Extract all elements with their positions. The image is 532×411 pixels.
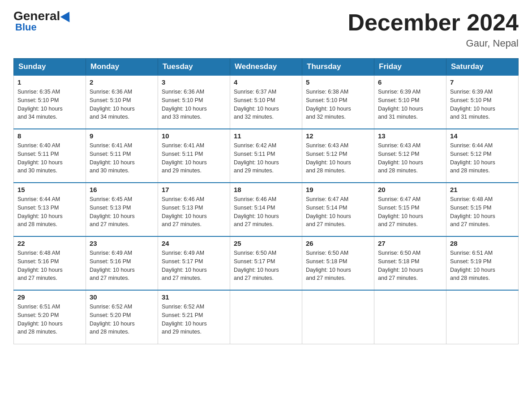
- calendar-day-18: 18Sunrise: 6:46 AMSunset: 5:14 PMDayligh…: [230, 183, 302, 236]
- calendar-header-monday: Monday: [86, 59, 158, 76]
- calendar-day-11: 11Sunrise: 6:42 AMSunset: 5:11 PMDayligh…: [230, 129, 302, 183]
- calendar-day-24: 24Sunrise: 6:49 AMSunset: 5:17 PMDayligh…: [158, 236, 230, 290]
- day-number-11: 11: [234, 132, 298, 140]
- calendar-day-13: 13Sunrise: 6:43 AMSunset: 5:12 PMDayligh…: [374, 129, 446, 183]
- day-number-25: 25: [234, 240, 298, 247]
- calendar-day-6: 6Sunrise: 6:39 AMSunset: 5:10 PMDaylight…: [374, 75, 446, 129]
- day-info-29: Sunrise: 6:51 AMSunset: 5:20 PMDaylight:…: [17, 303, 82, 336]
- day-number-5: 5: [306, 78, 370, 86]
- calendar-day-8: 8Sunrise: 6:40 AMSunset: 5:11 PMDaylight…: [14, 129, 86, 183]
- day-info-11: Sunrise: 6:42 AMSunset: 5:11 PMDaylight:…: [234, 141, 298, 175]
- day-number-4: 4: [234, 78, 298, 86]
- calendar-day-10: 10Sunrise: 6:41 AMSunset: 5:11 PMDayligh…: [158, 129, 230, 183]
- day-info-19: Sunrise: 6:47 AMSunset: 5:14 PMDaylight:…: [306, 195, 370, 229]
- day-number-19: 19: [306, 186, 370, 193]
- day-info-8: Sunrise: 6:40 AMSunset: 5:11 PMDaylight:…: [17, 141, 82, 175]
- location: Gaur, Nepal: [348, 38, 519, 49]
- day-number-13: 13: [378, 132, 442, 140]
- calendar-day-17: 17Sunrise: 6:46 AMSunset: 5:13 PMDayligh…: [158, 183, 230, 236]
- day-info-18: Sunrise: 6:46 AMSunset: 5:14 PMDaylight:…: [234, 195, 298, 229]
- day-info-9: Sunrise: 6:41 AMSunset: 5:11 PMDaylight:…: [90, 141, 154, 175]
- calendar-week-row-1: 1Sunrise: 6:35 AMSunset: 5:10 PMDaylight…: [14, 75, 519, 129]
- calendar-week-row-3: 15Sunrise: 6:44 AMSunset: 5:13 PMDayligh…: [14, 183, 519, 236]
- day-info-16: Sunrise: 6:45 AMSunset: 5:13 PMDaylight:…: [90, 195, 154, 229]
- day-info-17: Sunrise: 6:46 AMSunset: 5:13 PMDaylight:…: [162, 195, 226, 229]
- day-number-2: 2: [90, 78, 154, 86]
- day-info-12: Sunrise: 6:43 AMSunset: 5:12 PMDaylight:…: [306, 141, 370, 175]
- day-number-26: 26: [306, 240, 370, 247]
- day-info-13: Sunrise: 6:43 AMSunset: 5:12 PMDaylight:…: [378, 141, 442, 175]
- day-number-17: 17: [162, 186, 226, 193]
- day-info-20: Sunrise: 6:47 AMSunset: 5:15 PMDaylight:…: [378, 195, 442, 229]
- calendar-header-friday: Friday: [374, 59, 446, 76]
- calendar-day-1: 1Sunrise: 6:35 AMSunset: 5:10 PMDaylight…: [14, 75, 86, 129]
- day-info-15: Sunrise: 6:44 AMSunset: 5:13 PMDaylight:…: [17, 195, 82, 229]
- calendar-day-28: 28Sunrise: 6:51 AMSunset: 5:19 PMDayligh…: [446, 236, 519, 290]
- day-number-16: 16: [90, 186, 154, 193]
- calendar-header-row: SundayMondayTuesdayWednesdayThursdayFrid…: [14, 59, 519, 76]
- day-info-5: Sunrise: 6:38 AMSunset: 5:10 PMDaylight:…: [306, 88, 370, 121]
- day-number-8: 8: [17, 132, 82, 140]
- calendar-day-3: 3Sunrise: 6:36 AMSunset: 5:10 PMDaylight…: [158, 75, 230, 129]
- month-title: December 2024: [348, 9, 519, 36]
- calendar-day-15: 15Sunrise: 6:44 AMSunset: 5:13 PMDayligh…: [14, 183, 86, 236]
- calendar-day-14: 14Sunrise: 6:44 AMSunset: 5:12 PMDayligh…: [446, 129, 519, 183]
- day-info-24: Sunrise: 6:49 AMSunset: 5:17 PMDaylight:…: [162, 249, 226, 283]
- day-number-22: 22: [17, 240, 82, 247]
- day-info-4: Sunrise: 6:37 AMSunset: 5:10 PMDaylight:…: [234, 88, 298, 121]
- day-number-21: 21: [450, 186, 515, 193]
- calendar-day-29: 29Sunrise: 6:51 AMSunset: 5:20 PMDayligh…: [14, 290, 86, 344]
- calendar-header-wednesday: Wednesday: [230, 59, 302, 76]
- calendar-day-2: 2Sunrise: 6:36 AMSunset: 5:10 PMDaylight…: [86, 75, 158, 129]
- day-info-6: Sunrise: 6:39 AMSunset: 5:10 PMDaylight:…: [378, 88, 442, 121]
- day-number-24: 24: [162, 240, 226, 247]
- calendar-header-tuesday: Tuesday: [158, 59, 230, 76]
- day-number-15: 15: [17, 186, 82, 193]
- day-number-31: 31: [162, 293, 226, 301]
- day-number-28: 28: [450, 240, 515, 247]
- day-info-14: Sunrise: 6:44 AMSunset: 5:12 PMDaylight:…: [450, 141, 515, 175]
- day-number-18: 18: [234, 186, 298, 193]
- day-number-14: 14: [450, 132, 515, 140]
- calendar-day-26: 26Sunrise: 6:50 AMSunset: 5:18 PMDayligh…: [302, 236, 374, 290]
- day-number-10: 10: [162, 132, 226, 140]
- day-number-7: 7: [450, 78, 515, 86]
- calendar-day-19: 19Sunrise: 6:47 AMSunset: 5:14 PMDayligh…: [302, 183, 374, 236]
- calendar-header-sunday: Sunday: [14, 59, 86, 76]
- day-info-30: Sunrise: 6:52 AMSunset: 5:20 PMDaylight:…: [90, 303, 154, 336]
- day-info-1: Sunrise: 6:35 AMSunset: 5:10 PMDaylight:…: [17, 88, 82, 121]
- day-number-1: 1: [17, 78, 82, 86]
- day-number-6: 6: [378, 78, 442, 86]
- calendar-empty-cell: [302, 290, 374, 344]
- calendar-week-row-4: 22Sunrise: 6:48 AMSunset: 5:16 PMDayligh…: [14, 236, 519, 290]
- title-area: December 2024 Gaur, Nepal: [348, 9, 519, 49]
- calendar-day-5: 5Sunrise: 6:38 AMSunset: 5:10 PMDaylight…: [302, 75, 374, 129]
- calendar-day-16: 16Sunrise: 6:45 AMSunset: 5:13 PMDayligh…: [86, 183, 158, 236]
- day-info-28: Sunrise: 6:51 AMSunset: 5:19 PMDaylight:…: [450, 249, 515, 283]
- day-number-30: 30: [90, 293, 154, 301]
- day-info-23: Sunrise: 6:49 AMSunset: 5:16 PMDaylight:…: [90, 249, 154, 283]
- calendar-day-4: 4Sunrise: 6:37 AMSunset: 5:10 PMDaylight…: [230, 75, 302, 129]
- calendar-day-21: 21Sunrise: 6:48 AMSunset: 5:15 PMDayligh…: [446, 183, 519, 236]
- day-info-27: Sunrise: 6:50 AMSunset: 5:18 PMDaylight:…: [378, 249, 442, 283]
- calendar-empty-cell: [230, 290, 302, 344]
- calendar-day-23: 23Sunrise: 6:49 AMSunset: 5:16 PMDayligh…: [86, 236, 158, 290]
- logo-triangle-icon: [60, 9, 74, 22]
- calendar-day-25: 25Sunrise: 6:50 AMSunset: 5:17 PMDayligh…: [230, 236, 302, 290]
- day-number-29: 29: [17, 293, 82, 301]
- day-info-22: Sunrise: 6:48 AMSunset: 5:16 PMDaylight:…: [17, 249, 82, 283]
- calendar-day-31: 31Sunrise: 6:52 AMSunset: 5:21 PMDayligh…: [158, 290, 230, 344]
- day-number-12: 12: [306, 132, 370, 140]
- day-number-20: 20: [378, 186, 442, 193]
- calendar-day-30: 30Sunrise: 6:52 AMSunset: 5:20 PMDayligh…: [86, 290, 158, 344]
- calendar-empty-cell: [446, 290, 519, 344]
- calendar-week-row-5: 29Sunrise: 6:51 AMSunset: 5:20 PMDayligh…: [14, 290, 519, 344]
- day-number-9: 9: [90, 132, 154, 140]
- day-info-2: Sunrise: 6:36 AMSunset: 5:10 PMDaylight:…: [90, 88, 154, 121]
- day-number-27: 27: [378, 240, 442, 247]
- day-info-31: Sunrise: 6:52 AMSunset: 5:21 PMDaylight:…: [162, 303, 226, 336]
- calendar-header-saturday: Saturday: [446, 59, 519, 76]
- calendar-day-27: 27Sunrise: 6:50 AMSunset: 5:18 PMDayligh…: [374, 236, 446, 290]
- day-info-25: Sunrise: 6:50 AMSunset: 5:17 PMDaylight:…: [234, 249, 298, 283]
- day-number-3: 3: [162, 78, 226, 86]
